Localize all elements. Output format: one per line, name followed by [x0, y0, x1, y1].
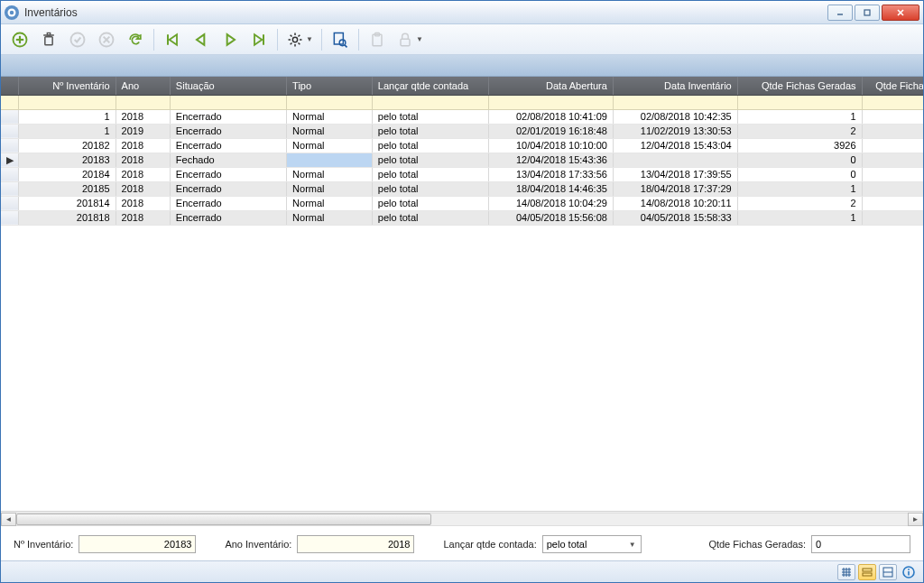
- cell-fichas[interactable]: [862, 181, 923, 196]
- cell-situacao[interactable]: Encerrado: [170, 181, 286, 196]
- cell-geradas[interactable]: 2: [737, 196, 862, 210]
- cell-fichas[interactable]: [862, 167, 923, 181]
- cell-situacao[interactable]: Fechado: [170, 153, 286, 167]
- col-header-inventario[interactable]: Data Inventário: [613, 77, 737, 95]
- cell-tipo[interactable]: Normal: [287, 181, 373, 196]
- cell-lancar[interactable]: pelo total: [372, 196, 488, 210]
- cell-ano[interactable]: 2018: [116, 138, 170, 153]
- cell-ano[interactable]: 2018: [116, 153, 170, 167]
- ano-inventario-field[interactable]: [297, 535, 414, 553]
- cell-tipo[interactable]: Normal: [287, 167, 373, 181]
- col-header-tipo[interactable]: Tipo: [287, 77, 373, 95]
- cell-num[interactable]: 201818: [18, 210, 116, 225]
- col-header-num[interactable]: Nº Inventário: [18, 77, 116, 95]
- view-form-button[interactable]: [858, 564, 876, 580]
- cell-situacao[interactable]: Encerrado: [170, 138, 286, 153]
- add-button[interactable]: [6, 27, 33, 52]
- table-row[interactable]: ▶201832018Fechadopelo total12/04/2018 15…: [1, 153, 923, 167]
- first-button[interactable]: [159, 27, 186, 52]
- cell-ano[interactable]: 2019: [116, 124, 170, 138]
- cell-geradas[interactable]: 0: [737, 153, 862, 167]
- cell-tipo[interactable]: Normal: [287, 210, 373, 225]
- preview-button[interactable]: [327, 27, 354, 52]
- cell-ano[interactable]: 2018: [116, 210, 170, 225]
- col-header-fichas[interactable]: Qtde Ficha: [862, 77, 923, 95]
- cell-inventario[interactable]: 02/08/2018 10:42:35: [613, 109, 737, 124]
- cell-num[interactable]: 20185: [18, 181, 116, 196]
- cell-ano[interactable]: 2018: [116, 109, 170, 124]
- cell-ano[interactable]: 2018: [116, 196, 170, 210]
- next-button[interactable]: [217, 27, 244, 52]
- cell-lancar[interactable]: pelo total: [372, 181, 488, 196]
- view-grid-button[interactable]: [837, 564, 855, 580]
- cell-geradas[interactable]: 3926: [737, 138, 862, 153]
- col-header-ano[interactable]: Ano: [116, 77, 170, 95]
- cell-fichas[interactable]: [862, 196, 923, 210]
- cell-ano[interactable]: 2018: [116, 167, 170, 181]
- horizontal-scrollbar[interactable]: ◄ ►: [1, 511, 923, 526]
- filter-row[interactable]: [1, 95, 923, 109]
- cell-num[interactable]: 20184: [18, 167, 116, 181]
- delete-button[interactable]: [35, 27, 62, 52]
- cell-geradas[interactable]: 0: [737, 167, 862, 181]
- cell-geradas[interactable]: 1: [737, 210, 862, 225]
- view-split-button[interactable]: [879, 564, 897, 580]
- cell-abertura[interactable]: 02/08/2018 10:41:09: [489, 109, 614, 124]
- cell-lancar[interactable]: pelo total: [372, 167, 488, 181]
- col-header-lancar[interactable]: Lançar qtde contada: [372, 77, 488, 95]
- table-row[interactable]: 12018EncerradoNormalpelo total02/08/2018…: [1, 109, 923, 124]
- cell-tipo[interactable]: Normal: [287, 196, 373, 210]
- last-button[interactable]: [245, 27, 273, 52]
- cell-situacao[interactable]: Encerrado: [170, 124, 286, 138]
- cell-geradas[interactable]: 1: [737, 109, 862, 124]
- cell-lancar[interactable]: pelo total: [372, 153, 488, 167]
- cell-geradas[interactable]: 1: [737, 181, 862, 196]
- cell-situacao[interactable]: Encerrado: [170, 196, 286, 210]
- scroll-left-button[interactable]: ◄: [1, 513, 16, 526]
- cell-abertura[interactable]: 18/04/2018 14:46:35: [489, 181, 614, 196]
- cell-abertura[interactable]: 10/04/2018 10:10:00: [489, 138, 614, 153]
- cell-inventario[interactable]: 04/05/2018 15:58:33: [613, 210, 737, 225]
- cell-inventario[interactable]: [613, 153, 737, 167]
- scroll-right-button[interactable]: ►: [908, 513, 923, 526]
- cell-fichas[interactable]: [862, 124, 923, 138]
- cell-tipo[interactable]: [287, 153, 373, 167]
- cell-lancar[interactable]: pelo total: [372, 138, 488, 153]
- table-row[interactable]: 201852018EncerradoNormalpelo total18/04/…: [1, 181, 923, 196]
- cell-fichas[interactable]: [862, 210, 923, 225]
- table-row[interactable]: 2018142018EncerradoNormalpelo total14/08…: [1, 196, 923, 210]
- table-row[interactable]: 12019EncerradoNormalpelo total02/01/2019…: [1, 124, 923, 138]
- scroll-thumb[interactable]: [16, 514, 431, 525]
- settings-button[interactable]: ▼: [282, 27, 317, 52]
- cell-num[interactable]: 201814: [18, 196, 116, 210]
- cell-lancar[interactable]: pelo total: [372, 124, 488, 138]
- cell-fichas[interactable]: [862, 109, 923, 124]
- cell-ano[interactable]: 2018: [116, 181, 170, 196]
- cell-num[interactable]: 20183: [18, 153, 116, 167]
- cell-inventario[interactable]: 13/04/2018 17:39:55: [613, 167, 737, 181]
- col-header-situacao[interactable]: Situação: [170, 77, 286, 95]
- close-button[interactable]: [882, 5, 919, 21]
- info-button[interactable]: [900, 564, 918, 580]
- col-header-geradas[interactable]: Qtde Fichas Geradas: [737, 77, 862, 95]
- cell-abertura[interactable]: 04/05/2018 15:56:08: [489, 210, 614, 225]
- cell-abertura[interactable]: 13/04/2018 17:33:56: [489, 167, 614, 181]
- table-row[interactable]: 201842018EncerradoNormalpelo total13/04/…: [1, 167, 923, 181]
- cell-lancar[interactable]: pelo total: [372, 109, 488, 124]
- inventory-grid[interactable]: Nº Inventário Ano Situação Tipo Lançar q…: [1, 77, 923, 226]
- maximize-button[interactable]: [855, 5, 880, 21]
- cell-lancar[interactable]: pelo total: [372, 210, 488, 225]
- cell-inventario[interactable]: 12/04/2018 15:43:04: [613, 138, 737, 153]
- cell-fichas[interactable]: [862, 153, 923, 167]
- cell-num[interactable]: 20182: [18, 138, 116, 153]
- cell-num[interactable]: 1: [18, 109, 116, 124]
- cell-geradas[interactable]: 2: [737, 124, 862, 138]
- scroll-track[interactable]: [16, 513, 908, 526]
- cell-abertura[interactable]: 14/08/2018 10:04:29: [489, 196, 614, 210]
- col-header-abertura[interactable]: Data Abertura: [489, 77, 614, 95]
- qtde-geradas-field[interactable]: [811, 535, 910, 553]
- cell-num[interactable]: 1: [18, 124, 116, 138]
- cell-inventario[interactable]: 14/08/2018 10:20:11: [613, 196, 737, 210]
- cell-tipo[interactable]: Normal: [287, 124, 373, 138]
- refresh-button[interactable]: [122, 27, 149, 52]
